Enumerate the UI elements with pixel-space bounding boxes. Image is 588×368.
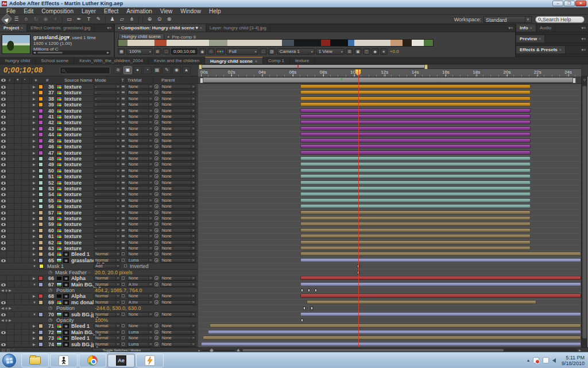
parent-pick-whip-icon[interactable] xyxy=(154,120,158,124)
parent-select[interactable]: None▼ xyxy=(160,282,196,287)
audio-toggle[interactable] xyxy=(7,180,14,185)
search-help-input[interactable]: Search Help xyxy=(535,16,585,23)
video-toggle[interactable] xyxy=(0,275,7,281)
lock-toggle[interactable] xyxy=(22,191,29,197)
keyframe-icon[interactable] xyxy=(308,289,310,292)
layer-duration-bar[interactable] xyxy=(300,192,531,196)
preserve-transparency-toggle[interactable] xyxy=(122,158,125,159)
parent-select[interactable]: None▼ xyxy=(160,204,196,209)
parent-pick-whip-icon[interactable] xyxy=(154,342,158,346)
blending-mode-select[interactable]: -▼ xyxy=(94,132,121,137)
layer-name[interactable]: texture xyxy=(64,108,82,114)
parent-select[interactable]: None▼ xyxy=(160,144,196,149)
current-time-indicator-line[interactable] xyxy=(358,70,359,347)
layer-duration-bar[interactable] xyxy=(300,102,531,106)
track-matte-select[interactable]: None▼ xyxy=(127,168,153,173)
lock-toggle[interactable] xyxy=(22,108,29,113)
label-swatch[interactable] xyxy=(38,246,43,251)
preserve-transparency-toggle[interactable] xyxy=(122,121,125,123)
panel-menu-icon[interactable]: ▾≡ xyxy=(579,46,588,53)
blending-mode-select[interactable]: Normal▼ xyxy=(94,294,121,298)
track-matte-select[interactable]: None▼ xyxy=(127,109,153,113)
layer-duration-bar[interactable] xyxy=(300,181,531,185)
audio-toggle[interactable] xyxy=(7,300,14,305)
video-toggle[interactable] xyxy=(0,138,7,143)
parent-pick-whip-icon[interactable] xyxy=(154,210,158,214)
audio-toggle[interactable] xyxy=(7,228,14,233)
solo-toggle[interactable] xyxy=(14,114,22,119)
timeline-vertical-scrollbar[interactable]: ▽ xyxy=(581,76,587,347)
auto-keyframe-icon[interactable]: ◉ xyxy=(172,66,181,74)
layer-name[interactable]: texture xyxy=(64,246,82,251)
reset-exposure-icon[interactable]: ∗ xyxy=(380,48,388,55)
video-toggle[interactable] xyxy=(0,156,7,161)
parent-select[interactable]: None▼ xyxy=(160,252,196,256)
parent-pick-whip-icon[interactable] xyxy=(154,228,158,232)
layer-duration-bar[interactable] xyxy=(300,139,531,143)
audio-toggle[interactable] xyxy=(7,126,14,131)
blending-mode-select[interactable]: -▼ xyxy=(94,85,121,89)
layer-duration-bar[interactable] xyxy=(300,174,531,178)
lock-toggle[interactable] xyxy=(22,329,29,335)
parent-select[interactable]: None▼ xyxy=(160,126,196,131)
layer-name[interactable]: texture xyxy=(64,233,82,239)
menu-window[interactable]: Window xyxy=(176,7,205,15)
solo-toggle[interactable] xyxy=(14,191,22,197)
composition-mini-flowchart-icon[interactable]: ≋ xyxy=(114,66,122,74)
preserve-transparency-toggle[interactable] xyxy=(122,252,125,255)
track-matte-select[interactable]: None▼ xyxy=(127,240,153,245)
parent-pick-whip-icon[interactable] xyxy=(154,276,158,280)
lock-toggle[interactable] xyxy=(22,186,29,191)
grid-guides-icon[interactable]: ⊞ xyxy=(154,48,161,55)
parent-select[interactable]: None▼ xyxy=(160,330,196,335)
workspace-select[interactable]: Standard ▼ xyxy=(483,16,532,23)
parent-pick-whip-icon[interactable] xyxy=(154,216,158,220)
video-toggle[interactable] xyxy=(0,210,7,215)
audio-toggle[interactable] xyxy=(7,293,14,298)
project-tab-project[interactable]: Project× xyxy=(0,24,27,32)
layer-name[interactable]: texture xyxy=(64,144,82,150)
solo-toggle[interactable] xyxy=(14,329,22,335)
solo-toggle[interactable] xyxy=(14,180,22,185)
property-value[interactable]: 404.2, 1085.7, 764.0 xyxy=(95,288,142,293)
solo-toggle[interactable] xyxy=(14,90,22,95)
preserve-transparency-toggle[interactable] xyxy=(122,110,125,112)
track-matte-select[interactable]: None▼ xyxy=(127,162,153,167)
blending-mode-select[interactable]: Normal▼ xyxy=(94,336,121,340)
keyframe-icon[interactable] xyxy=(301,319,303,322)
expand-toggle[interactable]: ▼ xyxy=(33,282,36,288)
video-toggle[interactable] xyxy=(0,329,7,335)
lock-toggle[interactable] xyxy=(22,282,29,287)
puppet-pin-tool[interactable]: ⋔ xyxy=(127,16,136,23)
audio-toggle[interactable] xyxy=(7,144,14,149)
next-keyframe-icon[interactable]: ▶ xyxy=(9,319,13,322)
keyframe-icon[interactable] xyxy=(315,289,317,292)
label-swatch[interactable] xyxy=(38,300,43,305)
audio-toggle[interactable] xyxy=(7,186,14,191)
restore-button[interactable]: ❐ xyxy=(564,1,575,6)
blending-mode-select[interactable]: -▼ xyxy=(94,126,121,131)
timeline-tab-kevin-with-the-children-2004[interactable]: Kevin_With_the_children_2004 xyxy=(74,57,149,64)
expand-toggle[interactable]: ▶ xyxy=(33,233,36,239)
show-channel-icon[interactable] xyxy=(216,48,225,55)
parent-pick-whip-icon[interactable] xyxy=(154,168,158,172)
track-matte-select[interactable]: None▼ xyxy=(127,156,153,161)
expand-toggle[interactable]: ▶ xyxy=(33,221,36,227)
expand-toggle[interactable]: ▶ xyxy=(33,174,36,179)
frame-blending-icon[interactable]: ▦ xyxy=(153,66,161,74)
video-toggle[interactable] xyxy=(0,335,7,340)
audio-toggle[interactable] xyxy=(7,282,14,287)
close-icon[interactable]: × xyxy=(539,37,541,41)
menu-view[interactable]: View xyxy=(156,7,177,15)
audio-toggle[interactable] xyxy=(7,198,14,203)
track-matte-select[interactable]: None▼ xyxy=(127,234,153,239)
video-toggle[interactable] xyxy=(0,96,7,101)
snapshot-icon[interactable]: ◉ xyxy=(199,48,206,55)
track-matte-select[interactable]: None▼ xyxy=(127,198,153,203)
menu-file[interactable]: File xyxy=(2,7,20,15)
track-matte-select[interactable]: Luma▼ xyxy=(127,342,153,347)
orbit-camera-tool[interactable]: ◉ xyxy=(41,16,50,23)
layer-name[interactable]: texture xyxy=(64,221,82,227)
solo-toggle[interactable] xyxy=(14,168,22,173)
solo-toggle[interactable] xyxy=(14,144,22,149)
